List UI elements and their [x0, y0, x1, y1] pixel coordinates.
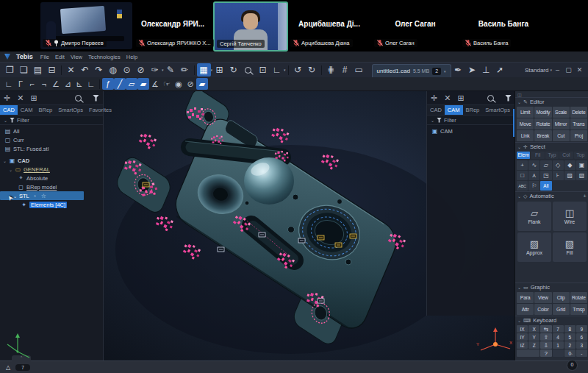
- status-left-badge[interactable]: 7: [15, 364, 30, 371]
- corner-c-icon[interactable]: ⌐: [26, 78, 38, 90]
- open-file-icon[interactable]: ❐: [3, 63, 17, 77]
- menu-help[interactable]: Help: [126, 54, 137, 60]
- power-compute-icon[interactable]: ⊙: [120, 63, 134, 77]
- chevron-up-icon[interactable]: ⌃: [570, 352, 573, 358]
- region-filter-icon[interactable]: ◳: [540, 171, 551, 180]
- select-tab-typ[interactable]: Typ: [545, 152, 559, 159]
- save-file-icon[interactable]: ▤: [31, 63, 45, 77]
- angle-tri-icon[interactable]: ⊿: [62, 78, 74, 90]
- approx-button[interactable]: ▨ Approx: [517, 232, 551, 262]
- tree-item-cam[interactable]: ▣ CAM: [427, 127, 515, 135]
- mesh-filter-icon[interactable]: ▣: [576, 160, 587, 170]
- tab-brep[interactable]: BRep: [463, 105, 483, 115]
- new-file-icon[interactable]: ❏: [17, 63, 31, 77]
- delete-elements-icon[interactable]: ✕: [17, 93, 24, 103]
- hatch-filter-icon[interactable]: ▨: [564, 171, 576, 180]
- tree-item-absolute[interactable]: ⌖ Absolute: [0, 174, 103, 182]
- coordinate-ruler-icon[interactable]: ∟: [270, 63, 284, 77]
- menu-view[interactable]: View: [71, 54, 82, 60]
- delete-elements-icon[interactable]: ✕: [444, 93, 451, 103]
- delta-icon[interactable]: △: [6, 364, 10, 371]
- key-z[interactable]: Z: [528, 341, 539, 349]
- key-ix[interactable]: IX: [517, 325, 528, 333]
- line-segment-icon[interactable]: ╱: [114, 78, 126, 90]
- color-button[interactable]: Color: [534, 304, 551, 315]
- tree-item-curr[interactable]: ▢ Curr: [0, 135, 103, 144]
- visibility-off-icon[interactable]: ⊘: [184, 78, 196, 90]
- layer-manager-icon[interactable]: ▦: [197, 63, 211, 77]
- select-arrow-icon[interactable]: ➤: [465, 63, 479, 77]
- filter-row[interactable]: ⌄ Filter: [427, 116, 515, 125]
- link-button[interactable]: Link: [517, 130, 534, 141]
- annotate-icon[interactable]: ✑: [148, 63, 162, 77]
- zoom-fit-icon[interactable]: ⊡: [256, 63, 270, 77]
- key-iy[interactable]: IY: [517, 333, 528, 341]
- solid-filter-icon[interactable]: ◇: [553, 160, 564, 170]
- measure-icon[interactable]: ⋕: [324, 63, 338, 77]
- move-elements-icon[interactable]: ✛: [4, 93, 10, 103]
- tree-item-elements[interactable]: ✦ Elements [4C]: [0, 200, 103, 209]
- profile-selector[interactable]: Standard ▾: [525, 67, 552, 74]
- key-9[interactable]: 9: [576, 325, 587, 333]
- minimize-button[interactable]: –: [552, 66, 563, 74]
- grid-button[interactable]: Grid: [553, 304, 570, 315]
- delete-elements-icon[interactable]: ✕: [64, 63, 78, 77]
- fill-button[interactable]: ▧ Fill: [553, 232, 587, 262]
- structure-table-icon[interactable]: ⊞: [212, 63, 226, 77]
- text-filter-icon[interactable]: ABC: [517, 181, 528, 191]
- add-icon[interactable]: +: [583, 193, 587, 199]
- angle-arc-icon[interactable]: ⊾: [74, 78, 85, 90]
- paste-structure-icon[interactable]: ⊞: [457, 93, 464, 103]
- surface-filter-icon[interactable]: ▱: [540, 160, 551, 170]
- redo-icon[interactable]: ↷: [92, 63, 106, 77]
- undo-icon[interactable]: ↶: [78, 63, 92, 77]
- draw-surface-icon[interactable]: ✏: [178, 63, 192, 77]
- key-5[interactable]: 5: [564, 333, 576, 341]
- select-all-button[interactable]: All: [540, 181, 551, 191]
- pen-tool-icon[interactable]: ✒: [451, 63, 465, 77]
- key-question[interactable]: ?: [540, 349, 551, 357]
- break-button[interactable]: Break: [534, 130, 551, 141]
- keyboard-section-header[interactable]: ⌄ ⌨ Keyboard: [515, 316, 588, 324]
- key-7[interactable]: 7: [553, 325, 564, 333]
- surface-solid-icon[interactable]: ▰: [137, 78, 149, 90]
- status-right-badge[interactable]: 0: [567, 360, 578, 371]
- tree-item-cad[interactable]: ⌄ ▣ CAD: [0, 156, 103, 165]
- surface-flat-icon[interactable]: ▱: [126, 78, 137, 90]
- tab-smartops[interactable]: SmartOps: [55, 105, 86, 115]
- tab-brep[interactable]: BRep: [36, 105, 56, 115]
- rotate-view-button[interactable]: Rotate: [570, 292, 587, 303]
- tree-item-all[interactable]: ▤ All: [0, 127, 103, 135]
- flag-filter-icon[interactable]: ⚐: [528, 181, 539, 191]
- tree-item-brep-model[interactable]: ◻ BRep model: [0, 182, 103, 191]
- filter-funnel-icon[interactable]: [93, 95, 99, 102]
- screen-layout-icon[interactable]: ▭: [352, 63, 366, 77]
- plumb-tool-icon[interactable]: ⊥: [479, 63, 493, 77]
- hand-pick-icon[interactable]: ☞: [161, 78, 173, 90]
- graphic-section-header[interactable]: ⌄ ▭ Graphic: [515, 283, 588, 291]
- filter-funnel-icon[interactable]: [505, 95, 512, 102]
- visibility-icon[interactable]: ◉: [173, 78, 184, 90]
- participant-video-3-active[interactable]: Сергій Танченко: [213, 1, 288, 51]
- key-minus[interactable]: -: [576, 349, 587, 357]
- view-button[interactable]: View: [534, 292, 551, 303]
- editor-section-header[interactable]: ⌄ ✎ Editor: [515, 97, 588, 106]
- participant-tile-6[interactable]: Василь Банга Василь Банга: [460, 2, 547, 49]
- curve-filter-icon[interactable]: ∿: [528, 160, 539, 170]
- menu-file[interactable]: File: [40, 54, 49, 60]
- corner-e-icon[interactable]: ∟: [85, 78, 97, 90]
- select-tab-top[interactable]: Top: [574, 152, 587, 159]
- expand-chevron-icon[interactable]: ⌄: [3, 158, 7, 163]
- key-1[interactable]: 1: [553, 341, 564, 349]
- zoom-search-icon[interactable]: [75, 95, 82, 102]
- corner-d-icon[interactable]: ¬: [38, 78, 50, 90]
- rotate-view-cw-icon[interactable]: ↻: [305, 63, 319, 77]
- key-up-icon[interactable]: ⇧: [540, 333, 551, 341]
- flank-button[interactable]: ▱ Flank: [517, 202, 551, 231]
- delete-button[interactable]: Delete: [570, 107, 587, 118]
- rotate-button[interactable]: Rotate: [534, 118, 551, 129]
- hatch2-filter-icon[interactable]: ▧: [576, 171, 587, 180]
- select-section-header[interactable]: ⌄ ✛ Select: [515, 142, 588, 151]
- menu-technologies[interactable]: Technologies: [88, 54, 121, 60]
- key-swap-icon[interactable]: ⇆: [540, 325, 551, 333]
